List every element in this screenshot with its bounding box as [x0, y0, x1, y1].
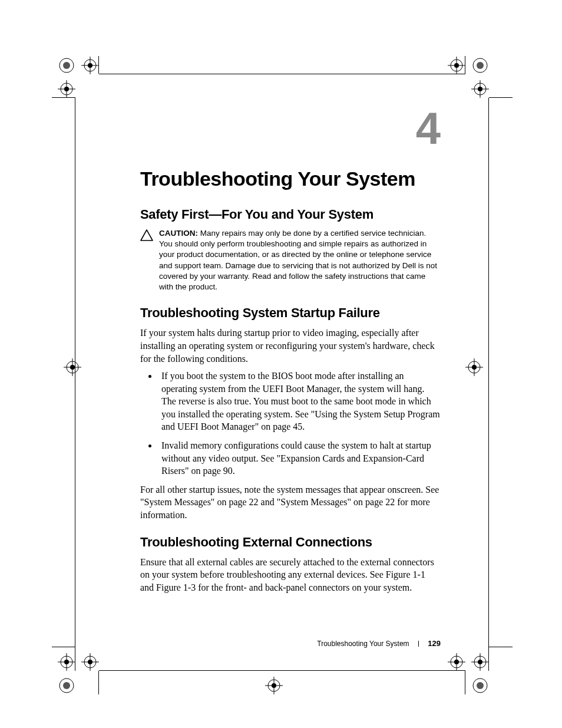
caution-block: CAUTION: Many repairs may only be done b… [140, 228, 441, 292]
svg-point-9 [64, 87, 69, 91]
crop-line [99, 74, 465, 74]
crop-line [489, 647, 513, 647]
caution-text: CAUTION: Many repairs may only be done b… [159, 228, 441, 292]
page-title: Troubleshooting Your System [140, 167, 441, 190]
svg-point-27 [472, 365, 477, 370]
section-heading-external: Troubleshooting External Connections [140, 535, 441, 550]
svg-point-49 [454, 660, 459, 664]
list-item: Invalid memory configurations could caus… [158, 439, 441, 477]
startup-intro: If your system halts during startup prio… [140, 327, 441, 365]
registration-mark-icon [265, 677, 300, 712]
registration-mark-icon [471, 677, 507, 712]
svg-point-1 [63, 62, 70, 69]
page-footer: Troubleshooting Your System 129 [140, 639, 441, 648]
svg-point-23 [70, 365, 75, 370]
startup-bullet-list: If you boot the system to the BIOS boot … [140, 370, 441, 477]
svg-point-39 [88, 660, 92, 664]
section-heading-startup: Troubleshooting System Startup Failure [140, 305, 441, 321]
svg-point-35 [64, 660, 69, 664]
crop-line [99, 670, 465, 671]
page-number: 129 [428, 639, 441, 648]
registration-mark-icon [471, 80, 507, 116]
registration-mark-icon [58, 677, 93, 712]
registration-mark-icon [58, 80, 93, 116]
chapter-number: 4 [416, 106, 441, 151]
registration-mark-icon [465, 358, 501, 394]
svg-marker-52 [141, 230, 153, 241]
svg-point-41 [63, 682, 70, 689]
crop-line [52, 647, 75, 647]
registration-mark-icon [64, 358, 99, 394]
svg-point-31 [272, 683, 276, 688]
svg-point-15 [454, 63, 459, 68]
footer-section-label: Troubleshooting Your System [317, 640, 409, 648]
page-content: 4 Troubleshooting Your System Safety Fir… [140, 106, 441, 598]
caution-label: CAUTION: [159, 229, 200, 238]
startup-outro: For all other startup issues, note the s… [140, 483, 441, 522]
svg-point-51 [477, 682, 484, 689]
svg-point-19 [478, 87, 482, 91]
external-body: Ensure that all external cables are secu… [140, 556, 441, 594]
list-item: If you boot the system to the BIOS boot … [158, 370, 441, 433]
caution-triangle-icon [140, 229, 153, 243]
svg-point-5 [88, 63, 92, 68]
footer-separator [418, 641, 419, 647]
section-heading-safety: Safety First—For You and Your System [140, 207, 441, 222]
caution-body: Many repairs may only be done by a certi… [159, 229, 437, 291]
